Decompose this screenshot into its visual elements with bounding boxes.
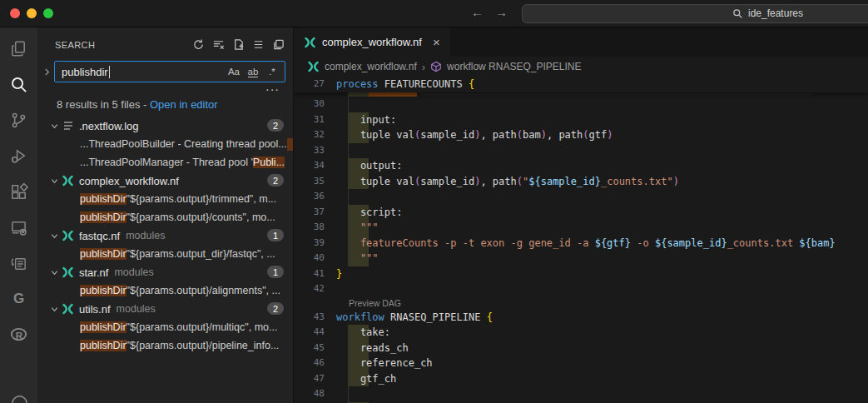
code-token: _counts.txt — [727, 237, 800, 249]
search-input[interactable]: publishdir Aa ab .* — [54, 61, 285, 82]
match-count-badge: 1 — [267, 229, 284, 241]
navigate-forward-icon[interactable]: → — [495, 5, 508, 19]
code-token: { — [469, 78, 474, 90]
extensions-icon[interactable] — [9, 182, 29, 202]
match-result-row[interactable]: publishDir "${params.output_dir}/fastqc"… — [37, 245, 293, 263]
line-number: 42 — [294, 281, 336, 297]
view-as-list-icon[interactable] — [252, 38, 265, 51]
match-result-row[interactable]: publishDir "${params.output}/multiqc", m… — [37, 318, 293, 336]
search-view-icon[interactable] — [9, 74, 29, 94]
panel-title: SEARCH — [55, 40, 192, 50]
file-result-row[interactable]: utils.nfmodules2 — [37, 300, 293, 318]
code-token: _counts.txt" — [601, 176, 673, 187]
code-line[interactable]: 46 reference_ch — [294, 356, 868, 371]
regex-toggle[interactable]: .* — [264, 63, 280, 80]
code-token: featureCounts -p -t exon -g gene_id -a — [336, 237, 595, 249]
code-line[interactable]: 36 — [294, 189, 868, 205]
code-line[interactable]: 44 take: — [294, 325, 868, 341]
gitlens-icon[interactable]: G — [9, 289, 29, 309]
code-token: output: — [336, 160, 402, 172]
line-number: 27 — [294, 77, 336, 92]
close-tab-icon[interactable]: × — [433, 35, 440, 49]
match-result-row[interactable]: publishDir "${params.output}/pipeline_in… — [37, 336, 293, 355]
line-number: 47 — [294, 371, 336, 387]
chevron-down-icon[interactable] — [47, 122, 61, 131]
file-result-row[interactable]: .nextflow.log2 — [37, 117, 293, 135]
chevron-down-icon[interactable] — [47, 268, 61, 277]
match-result-row[interactable]: publishDir "${params.output}/alignments"… — [37, 281, 293, 300]
match-case-toggle[interactable]: Aa — [226, 63, 242, 80]
code-line-text: tuple val(sample_id), path(bam), path(gt… — [336, 127, 613, 143]
code-line[interactable]: 42 — [294, 281, 868, 297]
open-in-editor-link[interactable]: Open in editor — [150, 98, 218, 111]
sticky-scroll-line[interactable]: 27process FEATURECOUNTS { — [294, 77, 868, 92]
refresh-icon[interactable] — [192, 38, 205, 51]
code-line[interactable]: 38 """ — [294, 220, 868, 236]
code-line-text: script: — [336, 205, 402, 221]
match-text: "${params.output}/pipeline_info... — [126, 340, 280, 351]
open-search-editor-icon[interactable] — [232, 38, 245, 51]
run-debug-icon[interactable] — [9, 146, 29, 166]
codelens-preview-dag[interactable]: Preview DAG — [294, 297, 868, 310]
minimize-window-button[interactable] — [27, 8, 37, 18]
navigate-back-icon[interactable]: ← — [471, 5, 484, 19]
code-editor[interactable]: 27process FEATURECOUNTS { 3031 input:32 … — [294, 77, 868, 403]
chevron-down-icon[interactable] — [47, 231, 61, 241]
code-line[interactable]: 45 reads_ch — [294, 341, 868, 356]
remote-explorer-icon[interactable] — [9, 217, 29, 237]
line-number: 36 — [294, 189, 336, 205]
collapse-all-icon[interactable] — [272, 38, 285, 51]
chevron-down-icon[interactable] — [47, 177, 61, 186]
code-token: ( — [583, 129, 588, 141]
match-result-row[interactable]: publishDir "${params.output}/trimmed", m… — [37, 190, 293, 208]
match-highlight: publishDir — [80, 340, 126, 351]
explorer-icon[interactable] — [9, 38, 29, 58]
r-language-icon[interactable]: R — [9, 325, 29, 345]
code-line[interactable]: 33 — [294, 143, 868, 159]
match-result-row[interactable]: ...ThreadPoolManager - Thread pool 'Publ… — [37, 153, 293, 172]
search-query-text: publishdir — [62, 66, 110, 78]
code-line[interactable]: 41} — [294, 266, 868, 282]
code-token: tuple val — [336, 129, 414, 141]
code-line[interactable]: 30 — [294, 97, 868, 112]
breadcrumb-file[interactable]: complex_workflow.nf — [325, 61, 417, 72]
maximize-window-button[interactable] — [43, 8, 53, 18]
breadcrumb-symbol[interactable]: workflow RNASEQ_PIPELINE — [447, 61, 581, 72]
tab-complex-workflow[interactable]: complex_workflow.nf × — [294, 27, 450, 57]
line-number: 44 — [294, 325, 336, 341]
source-control-icon[interactable] — [9, 110, 29, 130]
toggle-replace-icon[interactable] — [41, 67, 52, 77]
clear-results-icon[interactable] — [212, 38, 225, 51]
code-line[interactable]: 39 featureCounts -p -t exon -g gene_id -… — [294, 236, 868, 251]
code-line[interactable]: 48 — [294, 386, 868, 402]
file-folder: modules — [126, 230, 165, 241]
match-result-row[interactable]: publishDir "${params.output}/counts", mo… — [37, 208, 293, 226]
code-token: ${gtf} — [595, 237, 631, 249]
file-folder: modules — [114, 266, 153, 278]
code-token: , path — [480, 176, 516, 187]
code-line[interactable]: 35 tuple val(sample_id), path("${sample_… — [294, 174, 868, 190]
file-result-row[interactable]: fastqc.nfmodules1 — [37, 226, 293, 245]
account-icon[interactable] — [9, 393, 29, 403]
references-icon[interactable] — [9, 253, 29, 273]
command-center[interactable]: ide_features — [522, 4, 868, 23]
nextflow-file-icon — [61, 303, 75, 315]
file-result-row[interactable]: star.nfmodules1 — [37, 263, 293, 281]
chevron-down-icon[interactable] — [47, 305, 61, 314]
code-line[interactable]: 37 script: — [294, 205, 868, 221]
code-line[interactable]: 34 output: — [294, 158, 868, 174]
line-number: 32 — [294, 127, 336, 143]
code-line[interactable]: 40 """ — [294, 251, 868, 266]
code-token: } — [336, 268, 342, 280]
match-result-row[interactable]: ...ThreadPoolBuilder - Creating thread p… — [37, 135, 293, 153]
code-line[interactable]: 47 gtf_ch — [294, 371, 868, 387]
file-result-row[interactable]: complex_workflow.nf2 — [37, 172, 293, 190]
close-window-button[interactable] — [10, 8, 20, 18]
code-line[interactable]: 32 tuple val(sample_id), path(bam), path… — [294, 127, 868, 143]
code-line[interactable]: 43workflow RNASEQ_PIPELINE { — [294, 310, 868, 326]
whole-word-toggle[interactable]: ab — [245, 63, 261, 80]
toggle-search-details-icon[interactable]: ··· — [37, 82, 293, 96]
nextflow-file-icon — [307, 61, 320, 72]
code-line[interactable]: 31 input: — [294, 112, 868, 128]
log-file-icon — [61, 121, 75, 131]
